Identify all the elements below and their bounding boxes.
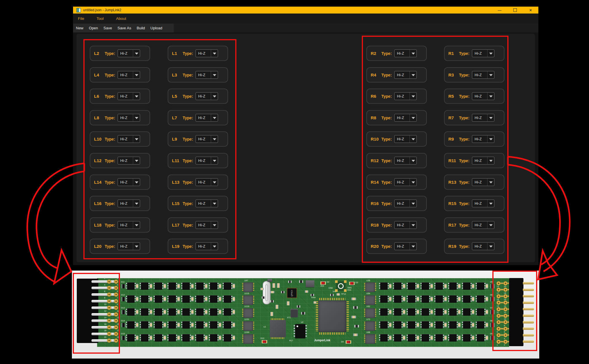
ic-unit (420, 295, 433, 303)
ic-unit (140, 295, 152, 303)
titlebar[interactable]: untitled.json - JumpLink2 — ✕ (73, 7, 538, 14)
ic-unit (140, 321, 152, 329)
passive-component (313, 301, 316, 304)
toolbar-button-build[interactable]: Build (137, 26, 145, 30)
usb-c-connector (263, 281, 271, 304)
maximize-icon (513, 8, 517, 12)
minimize-button[interactable]: — (492, 7, 507, 14)
ic-unit (167, 308, 180, 316)
passive-component (306, 280, 314, 287)
qfp-chip (365, 308, 375, 318)
qfp-chip (243, 308, 253, 318)
ic-unit (379, 295, 392, 303)
passive-component (301, 312, 305, 315)
menu-item-about[interactable]: About (116, 16, 126, 21)
ic-unit (181, 282, 194, 290)
silkscreen-gnd: GND (328, 287, 333, 289)
qfp-chip (243, 295, 253, 305)
silkscreen-ref: U151 (244, 318, 249, 320)
ic-unit (434, 308, 447, 316)
qfn24-chip: QFN24 (287, 288, 297, 298)
passive-component (262, 296, 265, 299)
ic-unit (223, 282, 235, 290)
ic-unit (462, 308, 475, 316)
ic-unit (448, 282, 461, 290)
toolbar-button-open[interactable]: Open (89, 26, 98, 30)
ic-unit (462, 295, 475, 303)
ic-unit (393, 334, 406, 342)
sw1-button (336, 281, 346, 291)
passive-component (353, 306, 358, 309)
menu-item-tool[interactable]: Tool (97, 16, 104, 21)
ic-unit (448, 295, 461, 303)
passive-component (299, 280, 303, 283)
ic-unit (181, 308, 194, 316)
silkscreen-sw1: SW1 (347, 287, 352, 289)
led-d4 (346, 340, 351, 344)
qfp-chip (365, 334, 375, 344)
diode-part (122, 297, 125, 301)
silkscreen-ref: D12 (121, 294, 125, 296)
ic-unit (209, 282, 221, 290)
silkscreen-ref: D15 (121, 333, 125, 335)
ic-unit (223, 308, 235, 316)
ic-unit (223, 321, 235, 329)
diode-part (122, 284, 125, 288)
ic-unit (407, 308, 419, 316)
passive-component (281, 291, 284, 293)
silkscreen-ref: U115 (244, 292, 249, 294)
silkscreen-r33: R33 (347, 289, 351, 291)
silkscreen-d2: D2 (327, 281, 329, 283)
window-controls: — ✕ (492, 7, 538, 14)
left-arrow-head (54, 250, 71, 283)
silkscreen-ref: U36 (366, 279, 370, 281)
ic-unit (448, 321, 461, 329)
ic-unit (154, 321, 166, 329)
ic-unit (126, 321, 139, 329)
passive-component (276, 305, 278, 309)
passive-component (260, 288, 264, 290)
led-d10 (262, 340, 267, 343)
silkscreen-ref: U68 (366, 331, 370, 333)
close-button[interactable]: ✕ (523, 7, 538, 14)
passive-component (277, 283, 280, 288)
passive-component (305, 290, 308, 293)
toolbar-button-save-as[interactable]: Save As (117, 26, 131, 30)
toolbar-button-upload[interactable]: Upload (150, 26, 162, 30)
ic-unit (420, 321, 433, 329)
silkscreen-d10: D10 (261, 337, 264, 339)
silkscreen-d3: D3 (355, 281, 358, 283)
menu-item-file[interactable]: File (78, 16, 84, 21)
qfp-chip (365, 321, 375, 331)
toolbar-button-new[interactable]: New (76, 26, 83, 30)
ic-unit (154, 282, 166, 290)
passive-component (353, 334, 358, 336)
ic-unit (167, 282, 180, 290)
ic-unit (379, 308, 392, 316)
silkscreen-ref: D13 (121, 307, 125, 309)
ic-unit (154, 334, 166, 342)
maximize-button[interactable] (507, 7, 523, 14)
toolbar-row: NewOpenSaveSave AsBuildUpload (73, 24, 538, 32)
passive-component (288, 281, 292, 283)
ic-unit (476, 321, 488, 329)
toolbar-button-save[interactable]: Save (104, 26, 112, 30)
passive-component (311, 294, 314, 296)
passive-component (270, 312, 273, 316)
silkscreen-ref: U52 (366, 305, 370, 307)
u1-chip (270, 320, 286, 337)
ic-unit (448, 334, 461, 342)
silkscreen-ref: D11 (121, 281, 125, 283)
silkscreen-u1: U1 (263, 326, 266, 328)
silkscreen-ref: U54 (366, 292, 370, 294)
toolbar: NewOpenSaveSave AsBuildUpload (73, 24, 174, 32)
ic-unit (393, 295, 406, 303)
silkscreen-xt1: XT1 (287, 317, 291, 319)
ic-unit (379, 334, 392, 342)
ic-unit (209, 308, 221, 316)
ic-unit (181, 321, 194, 329)
ic-unit (140, 282, 152, 290)
passive-component (270, 300, 274, 302)
ic-unit (434, 321, 447, 329)
ic-unit (167, 334, 180, 342)
